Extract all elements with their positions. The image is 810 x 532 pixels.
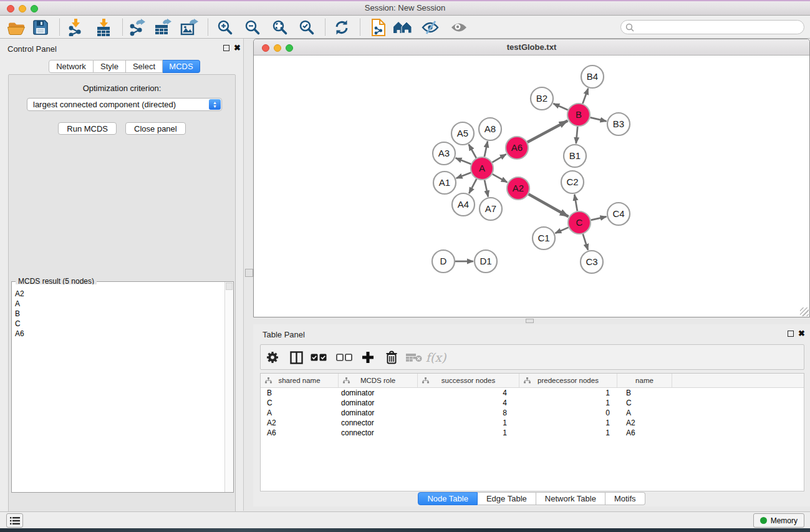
graph-edge-A-A2[interactable] [493, 174, 508, 182]
delete-table-icon[interactable] [405, 349, 423, 366]
column-header-name[interactable]: name [617, 374, 672, 387]
tab-mcds[interactable]: MCDS [163, 60, 200, 73]
export-image-icon[interactable] [179, 17, 199, 37]
tab-network-table[interactable]: Network Table [536, 492, 605, 505]
network-canvas[interactable]: AA1A2A3A4A5A6A7A8BB1B2B3B4CC1C2C3C4DD1 [254, 56, 809, 317]
graph-edge-A-A1[interactable] [456, 173, 471, 178]
close-panel-icon[interactable]: ✖ [234, 43, 241, 52]
unselect-all-icon[interactable] [335, 349, 354, 366]
zoom-fit-icon[interactable] [270, 17, 290, 37]
column-header-shared-name[interactable]: shared name [261, 374, 339, 387]
criterion-select[interactable]: largest connected component (directed) ▲… [27, 98, 222, 111]
run-mcds-button[interactable]: Run MCDS [58, 122, 117, 135]
save-session-icon[interactable] [31, 17, 51, 37]
add-column-icon[interactable] [359, 349, 377, 366]
network-window-titlebar[interactable]: testGlobe.txt [254, 39, 809, 56]
table-cell: dominator [339, 388, 418, 398]
graph-edge-A-A5[interactable] [469, 144, 476, 158]
mcds-result-box: MCDS result (5 nodes) A2ABCA6 [11, 281, 234, 493]
toolbar-separator [59, 19, 60, 36]
tab-select[interactable]: Select [126, 60, 163, 73]
table-cell: A2 [617, 418, 672, 428]
table-row[interactable]: Bdominator41B [261, 388, 804, 398]
tab-style[interactable]: Style [94, 60, 126, 73]
result-item[interactable]: A6 [15, 329, 224, 339]
split-panel-icon[interactable] [287, 349, 306, 366]
graph-edge-A-A7[interactable] [485, 180, 488, 197]
window-resize-grip[interactable] [800, 307, 809, 316]
refresh-icon[interactable] [332, 17, 352, 37]
close-panel-button[interactable]: Close panel [125, 122, 186, 135]
result-item[interactable]: A [15, 299, 224, 309]
toolbar-separator [208, 19, 208, 36]
graph-edge-B-B4[interactable] [582, 89, 588, 104]
horizontal-divider-grip[interactable] [526, 319, 534, 323]
tab-node-table[interactable]: Node Table [418, 492, 478, 505]
result-item[interactable]: B [15, 309, 224, 319]
close-table-panel-icon[interactable]: ✖ [798, 329, 805, 338]
graph-node-label-D: D [440, 256, 447, 266]
zoom-out-icon[interactable] [243, 17, 263, 37]
column-header-MCDS-role[interactable]: MCDS role [339, 374, 418, 387]
show-panel-eye-icon[interactable] [449, 17, 469, 37]
zoom-selected-icon[interactable] [297, 17, 317, 37]
zoom-in-icon[interactable] [215, 17, 235, 37]
column-header-successor-nodes[interactable]: successor nodes [418, 374, 519, 387]
tab-network[interactable]: Network [49, 60, 94, 73]
fx-label: f(x) [426, 351, 446, 364]
tab-motifs[interactable]: Motifs [605, 492, 645, 505]
graph-edge-B-B1[interactable] [576, 127, 577, 143]
float-table-panel-icon[interactable] [788, 331, 794, 337]
import-table-icon[interactable] [94, 17, 113, 37]
graph-edge-A-A6[interactable] [492, 154, 506, 162]
float-panel-icon[interactable] [223, 45, 229, 51]
graph-edge-A2-C[interactable] [529, 194, 569, 216]
settings-gear-icon[interactable] [263, 349, 282, 366]
mcds-result-list[interactable]: A2ABCA6 [12, 284, 224, 491]
tab-edge-table[interactable]: Edge Table [478, 492, 536, 505]
table-cell: 4 [418, 388, 519, 398]
function-builder-icon[interactable]: f(x) [427, 349, 445, 366]
graph-edge-C-C3[interactable] [583, 234, 588, 250]
memory-button[interactable]: Memory [753, 513, 804, 528]
column-header-predecessor-nodes[interactable]: predecessor nodes [519, 374, 617, 387]
graph-node-label-A8: A8 [485, 123, 496, 134]
graph-edge-B-B3[interactable] [590, 117, 606, 121]
table-cell: B [261, 388, 339, 398]
table-row[interactable]: A2connector11A2 [261, 418, 804, 428]
graph-edge-A-A3[interactable] [456, 158, 471, 164]
select-all-icon[interactable] [309, 349, 328, 366]
table-cell: 1 [519, 418, 617, 428]
graph-edge-C-C4[interactable] [591, 216, 607, 220]
delete-column-icon[interactable] [382, 349, 401, 366]
graph-edge-A-A4[interactable] [469, 179, 476, 193]
criterion-value: largest connected component (directed) [33, 100, 176, 109]
result-item[interactable]: A2 [15, 289, 224, 299]
mcds-tab-content: Optimization criterion: largest connecte… [8, 74, 236, 532]
table-row[interactable]: Cdominator41C [261, 398, 804, 408]
task-history-button[interactable] [6, 513, 23, 528]
export-network-icon[interactable] [127, 17, 147, 37]
hide-panel-eye-icon[interactable] [420, 17, 440, 37]
graph-edge-C-C2[interactable] [574, 195, 577, 211]
result-scrollbar[interactable] [224, 282, 233, 492]
graph-edge-A-A8[interactable] [485, 142, 488, 157]
table-row[interactable]: Adominator80A [261, 408, 804, 418]
import-network-icon[interactable] [65, 17, 85, 37]
column-header-filler [672, 374, 804, 387]
table-cell: 4 [418, 398, 519, 408]
graph-edge-B-B2[interactable] [553, 104, 567, 110]
search-input[interactable] [634, 22, 804, 32]
vertical-divider-grip[interactable] [245, 269, 253, 277]
result-item[interactable]: C [15, 319, 224, 329]
table-body: Bdominator41BCdominator41CAdominator80AA… [261, 388, 804, 491]
home-icon[interactable] [393, 17, 413, 37]
table-cell: 1 [418, 428, 519, 438]
search-field[interactable] [620, 20, 804, 34]
export-table-icon[interactable] [153, 17, 173, 37]
graph-edge-A6-B[interactable] [528, 120, 568, 142]
graph-edge-C-C1[interactable] [555, 228, 568, 233]
open-session-file-icon[interactable] [369, 17, 388, 37]
open-session-icon[interactable] [6, 17, 26, 37]
table-row[interactable]: A6connector11A6 [261, 428, 804, 438]
